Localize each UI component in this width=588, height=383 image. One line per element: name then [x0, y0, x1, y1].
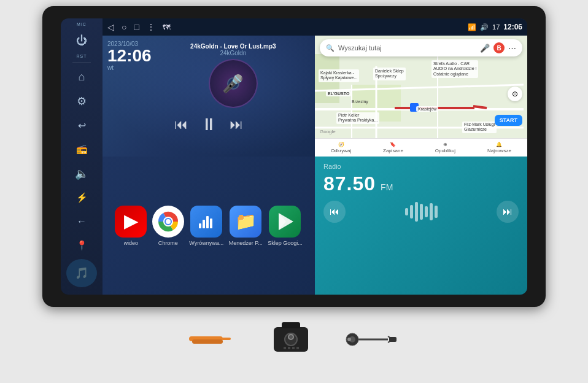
wave-bar-6 [430, 203, 433, 220]
radio-next-btn[interactable]: ⏭ [497, 201, 519, 223]
wave-bar-1 [405, 208, 408, 215]
apps-panel: ▶ wideo [103, 157, 315, 295]
place-piotr: Piotr KellerPrywatna Praktyka... [336, 112, 379, 124]
car-frame: MIC ⏻ RST ⌂ ⚙ ↩ 📻 🔈 ⚡ ← 📍 🎵 ◁ ○ □ [42, 6, 546, 307]
prev-btn[interactable]: ⏮ [174, 117, 188, 133]
svg-rect-17 [206, 216, 209, 228]
account-btn[interactable]: B [493, 42, 505, 53]
camera-body [274, 327, 308, 352]
album-art: 🎤 [209, 59, 258, 108]
app-video[interactable]: ▶ wideo [115, 206, 147, 246]
camera-mount [282, 322, 300, 328]
svg-rect-18 [210, 219, 212, 228]
svg-rect-22 [222, 338, 231, 340]
app-icon-store [269, 206, 301, 238]
app-label-store: Sklep Googi... [268, 240, 303, 246]
eq-svg [197, 212, 215, 231]
place-krasiejow: Krasiejów [416, 106, 438, 112]
main-content: ◁ ○ □ ⋮ 🗺 📶 🔊 17 12:06 2023/10/03 [103, 18, 527, 295]
next-btn[interactable]: ⏭ [230, 117, 243, 133]
home-icon[interactable]: ⌂ [70, 66, 93, 88]
wave-bar-4 [420, 204, 423, 220]
wifi-icon: 📶 [468, 23, 476, 31]
pause-btn[interactable]: ⏸ [200, 114, 217, 134]
app-label-video: wideo [124, 240, 139, 246]
place-brzeziny: Brzeziny [352, 99, 368, 104]
wave-bar-5 [425, 206, 428, 217]
svg-point-14 [166, 219, 171, 224]
app-chrome[interactable]: Chrome [152, 206, 184, 246]
app-icon-youtube: ▶ [115, 206, 147, 238]
app-icon-eq [190, 206, 222, 238]
start-btn[interactable]: START [495, 115, 522, 126]
backup-camera [274, 327, 308, 352]
sidebar: MIC ⏻ RST ⌂ ⚙ ↩ 📻 🔈 ⚡ ← 📍 🎵 [61, 18, 103, 295]
app-files[interactable]: 📁 Menedżer P... [229, 206, 263, 246]
power-icon[interactable]: ⏻ [70, 30, 93, 52]
status-bar: 📶 🔊 17 12:06 [468, 23, 522, 31]
map-search-bar[interactable]: 🔍 Wyszukaj tutaj 🎤 B ⋯ [320, 39, 522, 56]
settings-icon[interactable]: ⚙ [70, 90, 93, 112]
place-kajaki: Kajaki Krasierka -Spływy Kajakowe... [319, 69, 359, 82]
svg-line-7 [315, 85, 524, 91]
radio-controls: ⏮ ⏭ [323, 199, 519, 224]
app-store[interactable]: Sklep Googi... [268, 206, 303, 246]
location-icon[interactable]: 📍 [70, 235, 93, 257]
nav-menu-btn[interactable]: ⋮ [147, 22, 155, 32]
svg-point-28 [347, 338, 351, 341]
app-label-eq: Wyrównywa... [189, 240, 223, 246]
nav-maps-btn[interactable]: 🗺 [163, 23, 171, 32]
back2-icon[interactable]: ← [70, 211, 93, 232]
pry-tools [188, 330, 237, 349]
map-panel[interactable]: 🔍 Wyszukaj tutaj 🎤 B ⋯ Kajaki Krasierka … [315, 36, 527, 157]
pry-tools-svg [188, 330, 237, 349]
sidebar-divider [72, 62, 91, 63]
layers-btn[interactable]: ⋯ [508, 44, 516, 53]
song-artist: 24kGoldn [220, 50, 246, 56]
sound-wave [346, 199, 497, 224]
back-icon[interactable]: ↩ [70, 115, 93, 136]
nav-recent-btn[interactable]: □ [134, 22, 139, 32]
battery-level: 17 [492, 23, 500, 31]
screen-bezel: MIC ⏻ RST ⌂ ⚙ ↩ 📻 🔈 ⚡ ← 📍 🎵 ◁ ○ □ [61, 18, 527, 295]
place-fliz: Fliz-Mark UsługiGlazurnicze [462, 122, 497, 133]
radio-panel: Radio 87.50 FM ⏮ [315, 157, 527, 295]
nav-home-btn[interactable]: ○ [122, 22, 126, 32]
search-text: Wyszukaj tutaj [338, 44, 476, 52]
store-svg [275, 212, 295, 231]
power-cable [345, 327, 400, 352]
radio-frequency: 87.50 [323, 174, 376, 193]
mic-btn[interactable]: 🎤 [480, 44, 490, 53]
camera-lens [284, 333, 298, 346]
location-btn[interactable]: ⊙ [508, 87, 522, 101]
radio-prev-btn[interactable]: ⏮ [323, 201, 346, 223]
vol-down-icon[interactable]: 🔈 [70, 163, 93, 184]
svg-rect-27 [389, 337, 397, 342]
radio-label: Radio [323, 163, 519, 170]
camera-inner-lens [288, 334, 294, 340]
wave-bar-7 [435, 206, 438, 218]
svg-line-9 [473, 106, 487, 108]
chrome-svg [157, 211, 179, 233]
volume-icon: 🔊 [480, 23, 489, 31]
place-strefa: Strefa Audio - CARAUDIO na Androidzie !O… [431, 60, 478, 78]
bluetooth-icon[interactable]: ⚡ [70, 187, 93, 208]
map-bottom-bar: 🧭 Odkrywaj 🔖 Zapisane ⊕ Opublikuj 🔔 [315, 138, 527, 157]
map-tab-najnowsze[interactable]: 🔔 Najnowsze [487, 142, 511, 153]
day: wt [107, 64, 152, 71]
radio-icon[interactable]: 📻 [70, 139, 93, 160]
map-tab-zapisane[interactable]: 🔖 Zapisane [383, 142, 403, 153]
place-elgusto: EL'GUSTO [326, 91, 351, 96]
wave-bar-3 [415, 202, 418, 222]
audio-widget[interactable]: 🎵 [66, 259, 97, 287]
app-eq[interactable]: Wyrównywa... [189, 206, 223, 246]
song-title: 24kGoldn - Love Or Lust.mp3 [190, 43, 276, 50]
app-icon-chrome [152, 206, 184, 238]
nav-back-btn[interactable]: ◁ [107, 22, 114, 32]
map-tab-opublikuj[interactable]: ⊕ Opublikuj [435, 142, 455, 153]
top-nav: ◁ ○ □ ⋮ 🗺 [107, 22, 463, 32]
svg-rect-15 [199, 223, 201, 228]
music-panel: 2023/10/03 12:06 wt 24kGoldn - Love Or L… [103, 36, 315, 157]
accessories-area [42, 312, 546, 367]
map-tab-odkrywaj[interactable]: 🧭 Odkrywaj [331, 142, 351, 153]
